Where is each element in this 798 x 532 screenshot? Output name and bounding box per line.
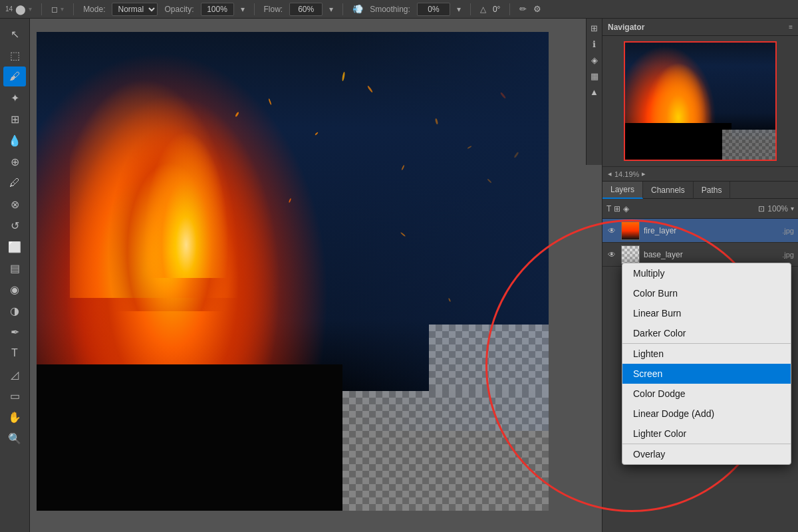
- divider-2: [73, 3, 74, 15]
- pen-tool[interactable]: ✒: [3, 322, 26, 342]
- hand-tool[interactable]: ✋: [3, 407, 26, 427]
- opacity-dropdown[interactable]: ▾: [241, 5, 245, 14]
- blend-item-lighten[interactable]: Lighten: [622, 343, 791, 364]
- layer-ext-fire: .jpg: [782, 227, 794, 235]
- navigator-header: Navigator ≡: [602, 19, 798, 36]
- mini-navigator-icon[interactable]: ⊞: [588, 21, 601, 35]
- nav-fire3: [645, 53, 712, 133]
- blend-item-darker-color[interactable]: Darker Color: [622, 323, 791, 343]
- nav-image: [625, 43, 775, 160]
- mini-info-icon[interactable]: ℹ: [588, 37, 601, 51]
- blend-item-multiply[interactable]: Multiply: [622, 263, 791, 283]
- smoothing-input[interactable]: 0%: [417, 3, 450, 16]
- blend-mode-menu: Multiply Color Burn Linear Burn Darker C…: [622, 263, 791, 465]
- tab-channels[interactable]: Channels: [643, 182, 694, 199]
- opacity-dropdown-arrow[interactable]: ▾: [791, 205, 794, 212]
- symmetry-icon[interactable]: ⚙: [533, 4, 541, 14]
- zoom-info: ◂ 14.19% ▸: [602, 166, 798, 181]
- canvas-image[interactable]: [37, 32, 549, 511]
- zoom-value: 14.19%: [614, 170, 639, 178]
- mode-select[interactable]: Normal: [112, 3, 158, 16]
- spark: [315, 132, 319, 136]
- divider-1: [41, 3, 42, 15]
- clone-stamp-tool[interactable]: ⊗: [3, 194, 26, 214]
- mini-adjust-icon[interactable]: ▲: [588, 85, 601, 98]
- layer-extra-icon: ⊡: [758, 204, 765, 213]
- flow-dropdown[interactable]: ▾: [329, 5, 333, 14]
- spot-heal-tool[interactable]: ⊕: [3, 152, 26, 172]
- layer-eye-icon[interactable]: 👁: [606, 226, 617, 235]
- path-tool[interactable]: ◿: [3, 364, 26, 384]
- layers-list: 👁 fire_layer .jpg 👁 base_layer .jpg: [602, 219, 798, 267]
- pressure-icon[interactable]: ✏: [519, 4, 527, 14]
- opacity-input[interactable]: 100%: [201, 3, 234, 16]
- brush-style-icon: ◻: [51, 5, 58, 14]
- brush-size-number: 14: [5, 5, 13, 13]
- angle-icon: △: [480, 5, 486, 14]
- zoom-tool[interactable]: 🔍: [3, 428, 26, 448]
- eraser-tool[interactable]: ⬜: [3, 237, 26, 257]
- spark: [235, 112, 239, 117]
- layers-tabs: Layers Channels Paths: [602, 182, 798, 199]
- layer-ext-base: .jpg: [782, 251, 794, 259]
- layer-eye-icon-base[interactable]: 👁: [606, 250, 617, 259]
- nav-black-area: [625, 123, 732, 160]
- airbrush-icon[interactable]: 💨: [352, 4, 363, 14]
- flow-input[interactable]: 60%: [289, 3, 323, 16]
- tab-paths[interactable]: Paths: [694, 182, 731, 199]
- transparency-checker-upper: [429, 325, 549, 391]
- brush-dropdown-icon[interactable]: ▾: [29, 5, 32, 13]
- blend-item-lighter-color[interactable]: Lighter Color: [622, 424, 791, 444]
- flow-label: Flow:: [264, 5, 283, 14]
- mini-color-icon[interactable]: ◈: [588, 53, 601, 66]
- spark: [289, 198, 291, 203]
- divider-5: [470, 3, 471, 15]
- crop-tool[interactable]: ⊞: [3, 109, 26, 129]
- blur-tool[interactable]: ◉: [3, 279, 26, 299]
- magic-wand-tool[interactable]: ✦: [3, 88, 26, 108]
- zoom-up-arrow[interactable]: ▸: [642, 170, 646, 178]
- mini-swatches-icon[interactable]: ▦: [588, 69, 601, 82]
- history-brush-tool[interactable]: ↺: [3, 215, 26, 235]
- layer-lock-icon: T: [606, 204, 611, 213]
- marquee-tool[interactable]: ⬚: [3, 45, 26, 65]
- lasso-tool[interactable]: 🖌: [3, 66, 26, 86]
- zoom-down-arrow[interactable]: ◂: [608, 170, 612, 178]
- brush-size-control: 14 ⬤ ▾: [5, 4, 32, 15]
- navigator-collapse[interactable]: ≡: [789, 23, 793, 31]
- shape-tool[interactable]: ▭: [3, 386, 26, 406]
- blend-item-overlay[interactable]: Overlay: [622, 444, 791, 464]
- opacity-label: Opacity:: [164, 5, 194, 14]
- gradient-tool[interactable]: ▤: [3, 258, 26, 278]
- blend-item-linear-burn[interactable]: Linear Burn: [622, 303, 791, 323]
- blend-item-color-dodge[interactable]: Color Dodge: [622, 384, 791, 404]
- left-tool-panel: ↖ ⬚ 🖌 ✦ ⊞ 💧 ⊕ 🖊 ⊗ ↺ ⬜ ▤ ◉ ◑ ✒ T ◿ ▭ ✋ 🔍: [0, 19, 30, 532]
- tab-layers[interactable]: Layers: [602, 182, 643, 199]
- canvas-wrapper: [37, 32, 549, 511]
- type-tool[interactable]: T: [3, 343, 26, 363]
- divider-3: [254, 3, 255, 15]
- layer-vector-icon: ◈: [623, 204, 629, 213]
- navigator-preview: [602, 36, 798, 166]
- layer-move-icon: ⊞: [614, 204, 620, 213]
- main-toolbar: 14 ⬤ ▾ ◻ ▾ Mode: Normal Opacity: 100% ▾ …: [0, 0, 798, 19]
- blend-item-linear-dodge[interactable]: Linear Dodge (Add): [622, 404, 791, 424]
- blend-item-screen[interactable]: Screen: [622, 364, 791, 384]
- divider-4: [342, 3, 343, 15]
- smoothing-dropdown[interactable]: ▾: [457, 5, 461, 14]
- layer-item-fire[interactable]: 👁 fire_layer .jpg: [602, 219, 798, 243]
- brush-type-icon: ◻ ▾: [51, 5, 64, 14]
- mode-label: Mode:: [83, 5, 105, 14]
- dodge-tool[interactable]: ◑: [3, 301, 26, 321]
- nav-image-container: [624, 41, 777, 161]
- move-tool[interactable]: ↖: [3, 24, 26, 44]
- transparency-checker-main: [342, 391, 549, 511]
- divider-6: [509, 3, 510, 15]
- eyedropper-tool[interactable]: 💧: [3, 130, 26, 150]
- blend-item-color-burn[interactable]: Color Burn: [622, 283, 791, 303]
- nav-checker: [722, 130, 775, 160]
- layer-name-fire: fire_layer: [644, 226, 778, 235]
- layer-thumbnail-base: [621, 245, 640, 264]
- spark: [268, 98, 271, 105]
- brush-tool[interactable]: 🖊: [3, 173, 26, 193]
